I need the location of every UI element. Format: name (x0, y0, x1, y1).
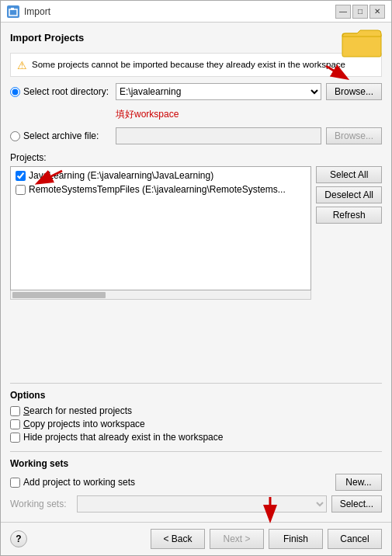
working-sets-combo[interactable] (77, 495, 327, 513)
select-all-button[interactable]: Select All (316, 166, 382, 183)
options-title: Options (10, 390, 382, 401)
warning-box: ⚠ Some projects cannot be imported becau… (10, 53, 382, 77)
hide-projects-label: Hide projects that already exist in the … (23, 432, 223, 443)
window-controls: — □ ✕ (335, 5, 385, 19)
cancel-button[interactable]: Cancel (328, 529, 382, 549)
working-sets-label: Working sets: (10, 499, 72, 509)
browse-archive-button[interactable]: Browse... (326, 127, 382, 144)
nested-projects-label: Search for nested projects (23, 405, 132, 416)
archive-file-row: Select archive file: Browse... (10, 127, 382, 144)
working-sets-input-row: Working sets: Select... (10, 495, 382, 513)
archive-file-label[interactable]: Select archive file: (10, 130, 111, 141)
hide-projects-row: Hide projects that already exist in the … (10, 432, 382, 443)
project-checkbox-2[interactable] (16, 185, 26, 195)
root-directory-combo[interactable]: E:\javalearning (116, 83, 321, 100)
deselect-all-button[interactable]: Deselect All (316, 186, 382, 203)
projects-buttons: Select All Deselect All Refresh (316, 166, 382, 377)
root-directory-radio[interactable] (10, 87, 20, 97)
svg-rect-0 (9, 9, 17, 16)
projects-scrollbar[interactable] (10, 290, 311, 300)
back-button[interactable]: < Back (151, 529, 205, 549)
scrollbar-thumb (12, 292, 106, 298)
bottom-buttons: < Back Next > Finish Cancel (151, 529, 382, 549)
projects-list[interactable]: JavaLearning (E:\javalearning\JavaLearni… (10, 166, 311, 290)
refresh-button[interactable]: Refresh (316, 207, 382, 224)
close-button[interactable]: ✕ (369, 5, 385, 19)
maximize-button[interactable]: □ (352, 5, 368, 19)
dialog-content: Import Projects ⚠ Some projects cannot b… (1, 23, 391, 522)
browse-root-button[interactable]: Browse... (326, 83, 382, 100)
add-to-working-sets-checkbox[interactable] (10, 478, 20, 488)
working-sets-add-row: Add project to working sets New... (10, 474, 382, 491)
project-item-2[interactable]: RemoteSystemsTempFiles (E:\javalearning\… (12, 182, 309, 196)
dialog-title: Import Projects (10, 32, 382, 43)
import-dialog: Import — □ ✕ Import Projects (0, 0, 392, 556)
annotation-workspace: 填好workspace (116, 108, 382, 121)
warning-text: Some projects cannot be imported because… (32, 58, 345, 71)
options-section: Options Search for nested projects Copy … (10, 383, 382, 445)
warning-icon: ⚠ (17, 59, 27, 71)
finish-button[interactable]: Finish (269, 529, 323, 549)
root-directory-label[interactable]: Select root directory: (10, 86, 111, 97)
nested-projects-checkbox[interactable] (10, 406, 20, 416)
next-button[interactable]: Next > (210, 529, 264, 549)
window-icon (7, 5, 19, 18)
copy-projects-row: Copy projects into workspace (10, 419, 382, 429)
new-working-set-button[interactable]: New... (335, 474, 382, 491)
project-checkbox-1[interactable] (16, 171, 26, 181)
projects-section: Projects: JavaLearning (E:\javalearning\… (10, 152, 382, 377)
add-to-working-sets-label: Add project to working sets (23, 477, 135, 488)
nested-projects-row: Search for nested projects (10, 405, 382, 416)
projects-label: Projects: (10, 152, 382, 163)
copy-projects-checkbox[interactable] (10, 419, 20, 429)
title-bar: Import — □ ✕ (1, 1, 391, 23)
working-sets-section: Working sets Add project to working sets… (10, 451, 382, 513)
hide-projects-checkbox[interactable] (10, 433, 20, 443)
svg-rect-1 (11, 8, 14, 10)
help-button[interactable]: ? (10, 530, 27, 547)
root-directory-row: Select root directory: E:\javalearning B… (10, 83, 382, 100)
bottom-bar: ? < Back Next > Finish Cancel (1, 522, 391, 555)
archive-file-input[interactable] (116, 127, 321, 144)
select-working-set-button[interactable]: Select... (331, 495, 382, 513)
archive-file-radio[interactable] (10, 131, 20, 141)
project-item-1[interactable]: JavaLearning (E:\javalearning\JavaLearni… (12, 169, 309, 182)
folder-icon (342, 26, 382, 61)
working-sets-title: Working sets (10, 458, 382, 469)
projects-container: JavaLearning (E:\javalearning\JavaLearni… (10, 166, 382, 377)
copy-projects-label: Copy projects into workspace (23, 419, 145, 429)
window-title: Import (24, 6, 335, 17)
minimize-button[interactable]: — (335, 5, 351, 19)
